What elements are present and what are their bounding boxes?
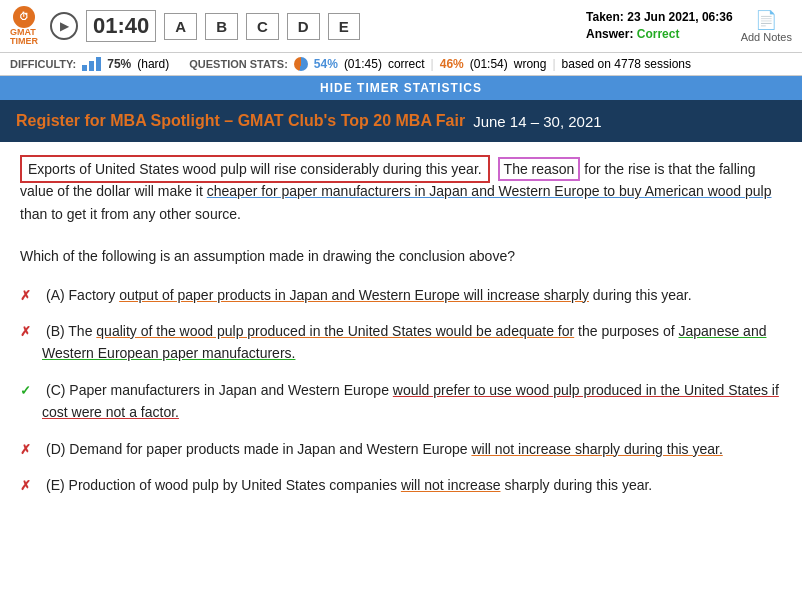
taken-info: Taken: 23 Jun 2021, 06:36 Answer: Correc… bbox=[586, 9, 733, 43]
choice-b-label: (B) The bbox=[42, 323, 96, 339]
answer-value: Correct bbox=[637, 27, 680, 41]
timer-icon: ⏱ bbox=[13, 6, 35, 28]
add-notes-button[interactable]: 📄 Add Notes bbox=[741, 9, 792, 43]
difficulty-label: DIFFICULTY: bbox=[10, 58, 76, 70]
choice-d-label: (D) Demand for paper products made in Ja… bbox=[42, 441, 471, 457]
difficulty-bar-icon bbox=[82, 57, 101, 71]
choice-a-label: (A) Factory bbox=[42, 287, 119, 303]
answer-a-button[interactable]: A bbox=[164, 13, 197, 40]
stats-section: QUESTION STATS: 54% (01:45) correct | 46… bbox=[189, 57, 691, 71]
add-notes-label: Add Notes bbox=[741, 31, 792, 43]
choice-b-middle: the purposes of bbox=[578, 323, 678, 339]
correct-pct: 54% bbox=[314, 57, 338, 71]
wrong-text: wrong bbox=[514, 57, 547, 71]
gmat-label: GMATTIMER bbox=[10, 28, 38, 46]
answer-d-button[interactable]: D bbox=[287, 13, 320, 40]
header-bar: ⏱ GMATTIMER ▶ 01:40 A B C D E Taken: 23 … bbox=[0, 0, 802, 53]
choice-c: ✓ (C) Paper manufacturers in Japan and W… bbox=[20, 379, 782, 424]
x-mark-d: ✗ bbox=[20, 440, 31, 461]
end-text: than to get it from any other source. bbox=[20, 206, 241, 222]
premise-box: Exports of United States wood pulp will … bbox=[20, 155, 490, 183]
banner-main-text: Register for MBA Spotlight – GMAT Club's… bbox=[16, 112, 465, 130]
choice-e: ✗ (E) Production of wood pulp by United … bbox=[20, 474, 782, 496]
wrong-time: (01:54) bbox=[470, 57, 508, 71]
correct-time: (01:45) bbox=[344, 57, 382, 71]
question-area: Exports of United States wood pulp will … bbox=[0, 142, 802, 526]
answer-label: Answer: bbox=[586, 27, 633, 41]
hide-timer-label: HIDE TIMER STATISTICS bbox=[320, 81, 482, 95]
gmat-timer: ⏱ GMATTIMER bbox=[10, 6, 38, 46]
x-mark-b: ✗ bbox=[20, 322, 31, 343]
choice-e-end: sharply during this year. bbox=[504, 477, 652, 493]
difficulty-pct: 75% bbox=[107, 57, 131, 71]
choice-b-underlined1: quality of the wood pulp produced in the… bbox=[96, 323, 574, 339]
separator2: | bbox=[552, 57, 555, 71]
answer-e-button[interactable]: E bbox=[328, 13, 360, 40]
gmat-logo: ⏱ GMATTIMER bbox=[10, 6, 38, 46]
x-mark-a: ✗ bbox=[20, 286, 31, 307]
hide-timer-button[interactable]: HIDE TIMER STATISTICS bbox=[0, 76, 802, 100]
correct-text: correct bbox=[388, 57, 425, 71]
choice-b: ✗ (B) The quality of the wood pulp produ… bbox=[20, 320, 782, 365]
difficulty-level: (hard) bbox=[137, 57, 169, 71]
reason-box: The reason bbox=[498, 157, 581, 181]
stats-label: QUESTION STATS: bbox=[189, 58, 288, 70]
choice-a-end: during this year. bbox=[593, 287, 692, 303]
difficulty-section: DIFFICULTY: 75% (hard) bbox=[10, 57, 169, 71]
pie-icon bbox=[294, 57, 308, 71]
banner[interactable]: Register for MBA Spotlight – GMAT Club's… bbox=[0, 100, 802, 142]
answer-b-button[interactable]: B bbox=[205, 13, 238, 40]
choice-e-label: (E) Production of wood pulp by United St… bbox=[42, 477, 401, 493]
taken-label: Taken: bbox=[586, 10, 624, 24]
play-button[interactable]: ▶ bbox=[50, 12, 78, 40]
x-mark-e: ✗ bbox=[20, 476, 31, 497]
choice-a-underlined: output of paper products in Japan and We… bbox=[119, 287, 589, 303]
passage: Exports of United States wood pulp will … bbox=[20, 158, 782, 225]
wrong-pct: 46% bbox=[440, 57, 464, 71]
document-icon: 📄 bbox=[755, 9, 777, 31]
choice-d: ✗ (D) Demand for paper products made in … bbox=[20, 438, 782, 460]
choice-e-underlined: will not increase bbox=[401, 477, 501, 493]
banner-date-text: June 14 – 30, 2021 bbox=[473, 113, 601, 130]
separator1: | bbox=[431, 57, 434, 71]
question-prompt: Which of the following is an assumption … bbox=[20, 245, 782, 267]
check-mark-c: ✓ bbox=[20, 381, 31, 402]
choice-c-label: (C) Paper manufacturers in Japan and Wes… bbox=[42, 382, 393, 398]
sessions-text: based on 4778 sessions bbox=[562, 57, 691, 71]
choice-d-underlined: will not increase sharply during this ye… bbox=[471, 441, 722, 457]
choice-a: ✗ (A) Factory output of paper products i… bbox=[20, 284, 782, 306]
bar1 bbox=[82, 65, 87, 71]
bar2 bbox=[89, 61, 94, 71]
answer-c-button[interactable]: C bbox=[246, 13, 279, 40]
timer-display: 01:40 bbox=[86, 10, 156, 42]
underlined-passage: cheaper for paper manufacturers in Japan… bbox=[207, 183, 772, 199]
bar3 bbox=[96, 57, 101, 71]
taken-date: 23 Jun 2021, 06:36 bbox=[627, 10, 732, 24]
stats-bar: DIFFICULTY: 75% (hard) QUESTION STATS: 5… bbox=[0, 53, 802, 76]
